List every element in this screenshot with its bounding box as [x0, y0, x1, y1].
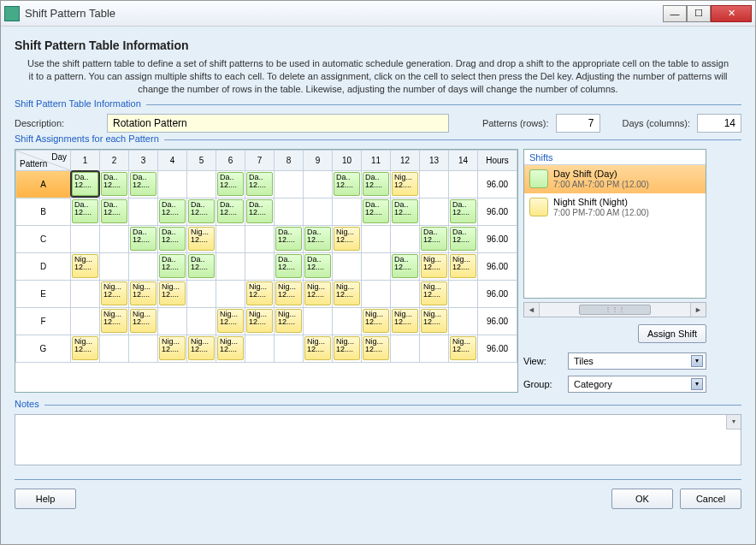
- grid-cell[interactable]: Nig...12....: [333, 280, 362, 307]
- grid-cell[interactable]: Nig...12....: [304, 335, 333, 362]
- day-shift-chip[interactable]: Da..12....: [130, 227, 157, 251]
- grid-cell[interactable]: [245, 225, 275, 252]
- grid-cell[interactable]: Da..12....: [158, 225, 187, 252]
- day-shift-chip[interactable]: Da..12....: [275, 227, 302, 251]
- grid-cell[interactable]: [216, 225, 245, 252]
- description-input[interactable]: [107, 114, 449, 133]
- grid-cell[interactable]: Da..12....: [216, 170, 245, 198]
- grid-cell[interactable]: Nig...12....: [333, 225, 362, 252]
- grid-cell[interactable]: Nig...12....: [216, 307, 245, 335]
- grid-cell[interactable]: Da..12....: [71, 198, 100, 225]
- minimize-button[interactable]: —: [663, 5, 687, 22]
- night-shift-chip[interactable]: Nig...12....: [450, 336, 476, 360]
- grid-cell[interactable]: [333, 252, 362, 280]
- grid-cell[interactable]: Da..12....: [391, 252, 420, 280]
- grid-cell[interactable]: [420, 198, 449, 225]
- grid-cell[interactable]: [100, 335, 129, 362]
- grid-cell[interactable]: [71, 280, 100, 307]
- cancel-button[interactable]: Cancel: [680, 489, 741, 509]
- day-shift-chip[interactable]: Da..12....: [304, 227, 331, 251]
- night-shift-chip[interactable]: Nig...12....: [130, 281, 157, 305]
- grid-cell[interactable]: Nig...12....: [158, 280, 187, 307]
- maximize-button[interactable]: ☐: [687, 5, 711, 22]
- grid-cell[interactable]: [129, 198, 158, 225]
- grid-cell[interactable]: [391, 225, 420, 252]
- grid-cell[interactable]: Nig...12....: [449, 335, 478, 362]
- view-combo[interactable]: Tiles ▾: [568, 352, 706, 370]
- night-shift-chip[interactable]: Nig...12....: [363, 336, 389, 360]
- grid-cell[interactable]: Nig...12....: [449, 252, 478, 280]
- close-button[interactable]: ✕: [711, 5, 752, 22]
- notes-scroll-down-icon[interactable]: ▾: [726, 415, 741, 429]
- grid-cell[interactable]: [275, 335, 304, 362]
- pattern-row-label[interactable]: G: [16, 335, 71, 362]
- grid-cell[interactable]: Nig...12....: [100, 280, 129, 307]
- grid-cell[interactable]: Nig...12....: [71, 252, 100, 280]
- day-shift-chip[interactable]: Da..12....: [72, 172, 98, 196]
- scroll-left-arrow-icon[interactable]: ◄: [524, 303, 540, 317]
- days-input[interactable]: [697, 114, 741, 133]
- help-button[interactable]: Help: [15, 489, 76, 509]
- night-shift-chip[interactable]: Nig...12....: [275, 281, 302, 305]
- night-shift-chip[interactable]: Nig...12....: [304, 281, 331, 305]
- grid-cell[interactable]: [187, 280, 216, 307]
- night-shift-chip[interactable]: Nig...12....: [246, 309, 273, 333]
- day-shift-chip[interactable]: Da..12....: [392, 254, 418, 278]
- grid-cell[interactable]: [275, 198, 304, 225]
- grid-cell[interactable]: Nig...12....: [362, 307, 391, 335]
- grid-cell[interactable]: Da..12....: [100, 170, 129, 198]
- day-header[interactable]: 3: [129, 150, 158, 170]
- grid-cell[interactable]: Nig...12....: [420, 252, 449, 280]
- grid-cell[interactable]: Da..12....: [187, 252, 216, 280]
- night-shift-chip[interactable]: Nig...12....: [363, 309, 389, 333]
- night-shift-chip[interactable]: Nig...12....: [217, 336, 244, 360]
- night-shift-chip[interactable]: Nig...12....: [275, 309, 302, 333]
- grid-cell[interactable]: Da..12....: [216, 198, 245, 225]
- pattern-row-label[interactable]: D: [16, 252, 71, 280]
- patterns-input[interactable]: [556, 114, 600, 133]
- grid-cell[interactable]: Nig...12....: [129, 280, 158, 307]
- notes-textarea[interactable]: ▾: [15, 414, 741, 465]
- night-shift-chip[interactable]: Nig...12....: [101, 281, 127, 305]
- grid-cell[interactable]: Nig...12....: [304, 280, 333, 307]
- day-shift-chip[interactable]: Da..12....: [275, 254, 302, 278]
- grid-cell[interactable]: Da..12....: [304, 252, 333, 280]
- scroll-thumb[interactable]: ⋮⋮⋮: [579, 305, 652, 315]
- day-header[interactable]: 11: [362, 150, 391, 170]
- grid-cell[interactable]: Nig...12....: [391, 170, 420, 198]
- pattern-row-label[interactable]: A: [16, 170, 71, 198]
- day-shift-chip[interactable]: Da..12....: [159, 199, 186, 223]
- grid-cell[interactable]: [333, 198, 362, 225]
- grid-cell[interactable]: Nig...12....: [187, 335, 216, 362]
- grid-cell[interactable]: [71, 307, 100, 335]
- day-shift-chip[interactable]: Da..12....: [130, 172, 157, 196]
- grid-cell[interactable]: Da..12....: [100, 198, 129, 225]
- grid-cell[interactable]: [216, 252, 245, 280]
- pattern-row-label[interactable]: C: [16, 225, 71, 252]
- shift-item-day[interactable]: Day Shift (Day) 7:00 AM-7:00 PM (12.00): [524, 165, 706, 193]
- grid-cell[interactable]: Nig...12....: [129, 307, 158, 335]
- grid-cell[interactable]: Da..12....: [449, 198, 478, 225]
- day-shift-chip[interactable]: Da..12....: [159, 254, 186, 278]
- grid-cell[interactable]: Da..12....: [71, 170, 100, 198]
- pattern-row-label[interactable]: E: [16, 280, 71, 307]
- day-header[interactable]: 12: [391, 150, 420, 170]
- assign-shift-button[interactable]: Assign Shift: [638, 324, 706, 343]
- day-header[interactable]: 4: [158, 150, 187, 170]
- grid-cell[interactable]: [449, 170, 478, 198]
- day-header[interactable]: 10: [333, 150, 362, 170]
- night-shift-chip[interactable]: Nig...12....: [246, 281, 273, 305]
- grid-cell[interactable]: [187, 307, 216, 335]
- day-shift-chip[interactable]: Da..12....: [246, 199, 273, 223]
- grid-cell[interactable]: [391, 335, 420, 362]
- title-bar[interactable]: Shift Pattern Table — ☐ ✕: [1, 1, 755, 27]
- grid-cell[interactable]: [304, 307, 333, 335]
- grid-cell[interactable]: Nig...12....: [100, 307, 129, 335]
- day-shift-chip[interactable]: Da..12....: [217, 172, 244, 196]
- grid-cell[interactable]: [449, 280, 478, 307]
- night-shift-chip[interactable]: Nig...12....: [72, 336, 98, 360]
- grid-cell[interactable]: [333, 307, 362, 335]
- day-shift-chip[interactable]: Da..12....: [188, 254, 215, 278]
- day-header[interactable]: 5: [187, 150, 216, 170]
- grid-cell[interactable]: Nig...12....: [275, 280, 304, 307]
